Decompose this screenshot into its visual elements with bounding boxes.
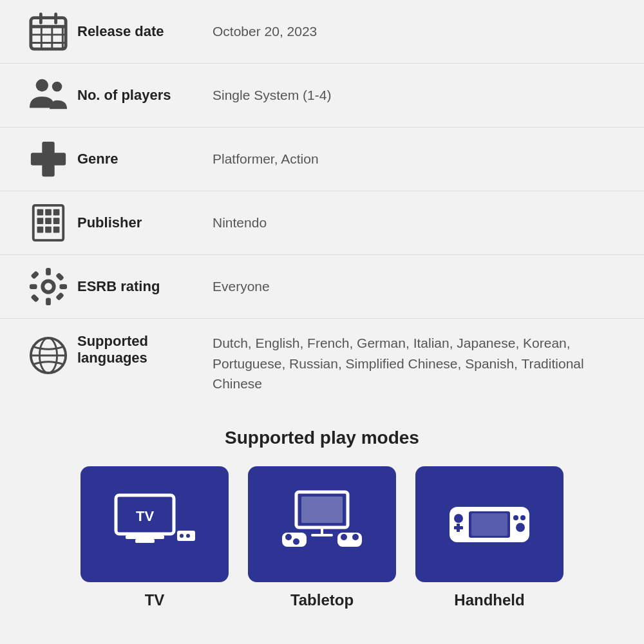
- svg-point-10: [52, 82, 62, 92]
- publisher-icon: [19, 203, 77, 243]
- publisher-row: Publisher Nintendo: [0, 191, 644, 255]
- svg-rect-35: [55, 292, 64, 301]
- svg-point-45: [186, 534, 190, 538]
- svg-rect-25: [53, 227, 60, 233]
- languages-label: Supported languages: [77, 333, 213, 366]
- players-row: No. of players Single System (1-4): [0, 64, 644, 128]
- tabletop-mode-item: Tabletop: [248, 466, 396, 609]
- tv-mode-card: TV: [80, 466, 229, 582]
- svg-rect-40: [126, 535, 164, 539]
- svg-point-27: [44, 283, 52, 290]
- svg-rect-31: [59, 284, 67, 289]
- svg-rect-47: [301, 497, 343, 523]
- esrb-row: ESRB rating Everyone: [0, 255, 644, 319]
- svg-rect-22: [53, 218, 60, 224]
- languages-value: Dutch, English, French, German, Italian,…: [213, 333, 625, 394]
- tabletop-mode-label: Tabletop: [290, 591, 354, 609]
- players-value: Single System (1-4): [213, 85, 625, 106]
- svg-rect-34: [30, 294, 39, 303]
- svg-rect-14: [53, 153, 66, 165]
- tabletop-mode-card: [248, 466, 396, 582]
- tv-mode-label: TV: [145, 591, 165, 609]
- svg-rect-18: [45, 209, 52, 216]
- svg-rect-30: [30, 284, 37, 289]
- handheld-mode-card: [415, 466, 564, 582]
- svg-rect-62: [457, 524, 460, 532]
- players-icon: [19, 75, 77, 115]
- release-date-label: Release date: [77, 23, 213, 40]
- players-label: No. of players: [77, 87, 213, 104]
- svg-rect-12: [42, 164, 54, 176]
- genre-icon: [19, 139, 77, 179]
- svg-point-54: [341, 534, 347, 540]
- svg-point-55: [352, 534, 359, 540]
- svg-point-9: [36, 79, 48, 91]
- release-date-value: October 20, 2023: [213, 21, 625, 42]
- genre-value: Platformer, Action: [213, 149, 625, 169]
- svg-text:TV: TV: [136, 508, 154, 524]
- svg-point-63: [513, 515, 518, 520]
- svg-point-52: [293, 538, 299, 545]
- genre-row: Genre Platformer, Action: [0, 128, 644, 191]
- svg-rect-11: [42, 142, 54, 154]
- info-table: Release date October 20, 2023 No. of pla…: [0, 0, 644, 408]
- handheld-mode-item: Handheld: [415, 466, 564, 609]
- svg-rect-29: [46, 298, 51, 305]
- esrb-icon: [19, 267, 77, 307]
- svg-rect-13: [31, 153, 43, 165]
- svg-rect-21: [45, 218, 52, 224]
- svg-point-64: [520, 515, 526, 520]
- svg-rect-28: [46, 268, 51, 276]
- svg-rect-20: [37, 218, 44, 224]
- svg-rect-15: [42, 153, 54, 165]
- svg-point-44: [180, 534, 184, 538]
- genre-label: Genre: [77, 151, 213, 167]
- tv-mode-item: TV TV: [80, 466, 229, 609]
- publisher-value: Nintendo: [213, 213, 625, 233]
- svg-rect-24: [45, 227, 52, 233]
- svg-rect-58: [471, 513, 507, 536]
- svg-rect-33: [55, 272, 64, 281]
- release-date-row: Release date October 20, 2023: [0, 0, 644, 64]
- play-modes-grid: TV TV: [13, 466, 631, 609]
- calendar-icon: [19, 12, 77, 52]
- svg-rect-23: [37, 227, 44, 233]
- globe-icon: [19, 333, 77, 375]
- esrb-label: ESRB rating: [77, 278, 213, 295]
- play-modes-title: Supported play modes: [13, 428, 631, 448]
- svg-rect-0: [31, 18, 66, 49]
- svg-point-60: [516, 523, 525, 532]
- esrb-value: Everyone: [213, 276, 625, 297]
- svg-point-59: [454, 514, 463, 523]
- svg-rect-17: [37, 209, 44, 216]
- svg-rect-41: [135, 539, 155, 543]
- svg-point-51: [285, 534, 292, 540]
- languages-row: Supported languages Dutch, English, Fren…: [0, 319, 644, 408]
- publisher-label: Publisher: [77, 214, 213, 231]
- svg-rect-32: [30, 270, 39, 279]
- handheld-mode-label: Handheld: [454, 591, 524, 609]
- svg-rect-19: [53, 209, 60, 216]
- play-modes-section: Supported play modes TV TV: [0, 408, 644, 629]
- svg-rect-53: [337, 533, 362, 547]
